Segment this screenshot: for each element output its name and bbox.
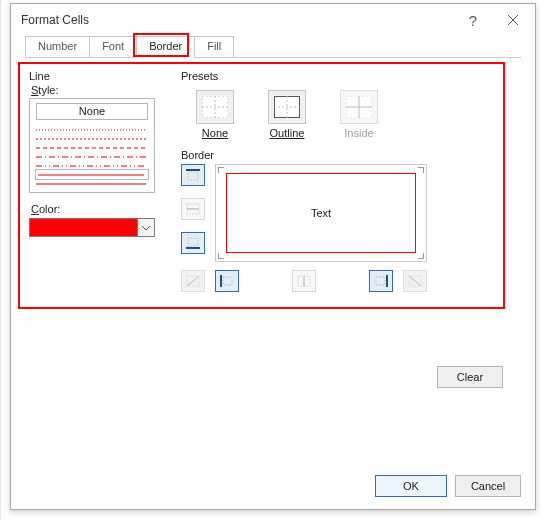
tab-divider xyxy=(25,57,521,58)
preset-outline[interactable]: Outline xyxy=(263,90,311,139)
border-bottom-icon xyxy=(185,236,201,250)
presets-row: None Outline Inside xyxy=(181,84,517,141)
border-bottom-row xyxy=(181,266,427,296)
style-option-dense-dots[interactable] xyxy=(36,134,148,143)
color-swatch xyxy=(29,218,138,237)
clear-button[interactable]: Clear xyxy=(437,366,503,388)
style-option-thin[interactable] xyxy=(36,170,148,179)
border-left-icon xyxy=(219,274,235,288)
style-option-dashed[interactable] xyxy=(36,143,148,152)
dialog-body: Line Style: None Color: xyxy=(11,58,535,475)
diag-up-icon xyxy=(185,274,201,288)
border-group-title: Border xyxy=(181,149,517,161)
border-left-button[interactable] xyxy=(215,270,239,292)
close-icon xyxy=(507,14,519,26)
svg-line-33 xyxy=(409,276,421,286)
border-vmid-icon xyxy=(296,274,312,288)
color-label: Color: xyxy=(31,203,167,215)
border-hmid-icon xyxy=(185,202,201,216)
diag-down-icon xyxy=(407,274,423,288)
line-group: Line Style: None Color: xyxy=(29,70,167,296)
border-diag-up-button[interactable] xyxy=(181,270,205,292)
format-cells-dialog: Format Cells ? Number Font Border Fill L… xyxy=(10,3,536,510)
border-area: Text xyxy=(181,164,427,296)
border-hmid-button[interactable] xyxy=(181,198,205,220)
style-option-dashdotdot[interactable] xyxy=(36,161,148,170)
style-option-dashdot[interactable] xyxy=(36,152,148,161)
close-button[interactable] xyxy=(491,5,535,35)
border-top-button[interactable] xyxy=(181,164,205,186)
line-group-title: Line xyxy=(29,70,167,82)
tab-number[interactable]: Number xyxy=(25,36,90,58)
style-option-dotted[interactable] xyxy=(36,125,148,134)
preset-outline-label: Outline xyxy=(270,127,305,139)
preset-none[interactable]: None xyxy=(191,90,239,139)
color-dropdown-button[interactable] xyxy=(138,218,155,237)
dialog-title: Format Cells xyxy=(21,13,455,27)
preset-inside-label: Inside xyxy=(344,127,373,139)
titlebar: Format Cells ? xyxy=(11,4,535,36)
border-right-icon xyxy=(373,274,389,288)
svg-line-25 xyxy=(187,276,199,286)
preview-outline xyxy=(226,173,416,253)
border-preview: Text xyxy=(215,164,427,262)
tabs: Number Font Border Fill xyxy=(11,36,535,58)
help-button[interactable]: ? xyxy=(455,12,491,29)
preset-none-label: None xyxy=(202,127,228,139)
dialog-footer: OK Cancel xyxy=(11,475,535,509)
right-column: Presets None Outline xyxy=(181,70,517,296)
ok-button[interactable]: OK xyxy=(375,475,447,497)
preset-outline-icon xyxy=(268,90,306,124)
style-listbox[interactable]: None xyxy=(29,98,155,193)
color-picker[interactable] xyxy=(29,218,155,237)
style-label: Style: xyxy=(31,84,167,96)
svg-rect-27 xyxy=(223,277,232,285)
svg-rect-22 xyxy=(188,238,198,246)
preset-inside-icon xyxy=(340,90,378,124)
style-option-thin2[interactable] xyxy=(36,179,148,188)
tab-font[interactable]: Font xyxy=(89,36,137,58)
border-top-icon xyxy=(185,168,201,182)
preset-none-icon xyxy=(196,90,234,124)
tab-border[interactable]: Border xyxy=(136,36,195,58)
style-option-none[interactable]: None xyxy=(36,103,148,120)
cancel-button[interactable]: Cancel xyxy=(455,475,521,497)
tab-fill[interactable]: Fill xyxy=(194,36,234,58)
preset-inside: Inside xyxy=(335,90,383,139)
border-diag-down-button[interactable] xyxy=(403,270,427,292)
chevron-down-icon xyxy=(142,225,150,231)
border-bottom-button[interactable] xyxy=(181,232,205,254)
border-vmid-button[interactable] xyxy=(292,270,316,292)
svg-rect-19 xyxy=(188,172,198,180)
border-right-button[interactable] xyxy=(369,270,393,292)
presets-group-title: Presets xyxy=(181,70,517,82)
svg-rect-30 xyxy=(376,277,385,285)
